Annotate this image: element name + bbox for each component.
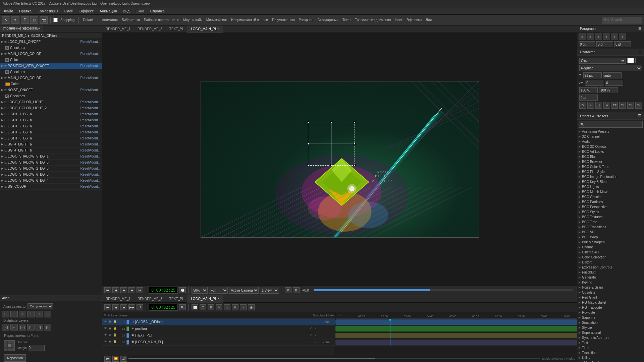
preset-group-bccparticles[interactable]: ▶ BCC Particles [579, 199, 643, 204]
comp-tab-text[interactable]: TEXT_PL [166, 25, 187, 33]
views-select[interactable]: 1 View 2 Views 4 Views [260, 287, 279, 294]
layer-14-color[interactable] [126, 326, 129, 331]
layer-24-sw2[interactable]: / [314, 334, 318, 338]
tool-camera[interactable]: 📷 [40, 16, 48, 24]
dist-bottom-btn[interactable]: |↓| [44, 324, 51, 330]
effect-row-7[interactable]: ▶fxMAIN_LOGO_COLORResetAbout... [0, 75, 102, 81]
layer-14-sw1[interactable]: ✓ [309, 327, 313, 331]
layer-14-eye[interactable]: 👁 [103, 326, 108, 331]
italic-btn[interactable]: I [587, 102, 594, 109]
tl-toggle-graph[interactable]: 📊 [192, 304, 198, 310]
preset-group-rgmagic[interactable]: ▶ RG Magic Bullet [579, 300, 643, 305]
eff-about-1[interactable]: About... [89, 40, 101, 44]
tl-goto-time[interactable]: 🔍 [179, 304, 186, 310]
preset-group-bccdiscrete[interactable]: ▶ BCC Obsolete [579, 194, 643, 199]
layer-40-mode[interactable]: None [318, 341, 334, 344]
tl-markers[interactable]: ⬦ [224, 304, 230, 310]
effect-row-24[interactable]: ▶fxLOGO_SHADOW_6_BG_4ResetAbout... [0, 178, 102, 184]
effect-row-4[interactable]: ✓Color [0, 57, 102, 63]
track-14-segment[interactable] [335, 326, 577, 331]
preset-group-bcctime[interactable]: ▶ BCC Time [579, 220, 643, 225]
effect-row-20[interactable]: ▶fxLOGO_SHADOW_5_BG_1ResetAbout... [0, 154, 102, 160]
layer-24-eye[interactable]: 👁 [103, 333, 108, 338]
tab-effect-controls[interactable]: Управление эффектами [0, 25, 43, 33]
handle-bl[interactable] [307, 164, 309, 166]
bold-btn[interactable]: B [579, 102, 586, 109]
layer-24-sw1[interactable]: ✓ [309, 334, 313, 338]
effects-presets-menu[interactable]: ☰ [638, 114, 641, 118]
para-justify2-btn[interactable]: ≡ [611, 34, 618, 40]
font-size-input[interactable] [583, 72, 602, 78]
menu-view[interactable]: Вид [120, 8, 132, 14]
toggle-switches-label[interactable]: Toggle Switches / Modes [541, 357, 575, 360]
tl-bottom-btn1[interactable]: ⏮ [104, 356, 111, 362]
vscale-input[interactable] [599, 87, 618, 93]
eff-about-23[interactable]: About... [89, 173, 101, 176]
preset-group-bccfilm[interactable]: ▶ BCC Film Style [579, 169, 643, 174]
eff-about-17[interactable]: About... [89, 136, 101, 140]
handle-tr[interactable] [354, 121, 356, 123]
align-vcenter-btn[interactable]: ↕ [36, 311, 43, 317]
tool-pen[interactable]: ✒ [11, 16, 19, 24]
eff-reset-25[interactable]: Reset [80, 185, 89, 188]
effect-row-14[interactable]: ▶fxLIGHT_1_BG_bResetAbout... [0, 117, 102, 123]
tl-bottom-btn2[interactable]: ⏪ [112, 356, 119, 362]
tl-solo[interactable]: ◉ [248, 304, 255, 310]
eff-reset-18[interactable]: Reset [80, 142, 89, 146]
camera-select[interactable]: Active Camera [229, 287, 259, 294]
preset-group-stylize[interactable]: ▶ Stylize [579, 325, 643, 330]
preset-group-bccartsym[interactable]: ▶ BCC Art Looks [579, 149, 643, 154]
layer-24-lock[interactable]: 🔒 [112, 333, 117, 338]
effect-row-13[interactable]: ▶fxLIGHT_1_BG_aResetAbout... [0, 111, 102, 117]
eff-about-21[interactable]: About... [89, 161, 101, 164]
preset-group-generate[interactable]: ▶ Generate [579, 275, 643, 280]
layer-14-solo[interactable]: ◉ [108, 326, 112, 331]
tl-snap[interactable]: ⊞ [208, 304, 214, 310]
para-left-btn[interactable]: ≡ [579, 34, 586, 40]
eff-about-25[interactable]: About... [89, 185, 101, 188]
menu-composition[interactable]: Композиция [35, 8, 61, 14]
paragraph-menu[interactable]: ☰ [638, 27, 641, 31]
menu-effect[interactable]: Эффект [77, 8, 96, 14]
tool-shape[interactable]: ◻ [30, 16, 38, 24]
effect-row-25[interactable]: ▶fxBG_COLORResetAbout... [0, 184, 102, 190]
play-skip-end[interactable]: ⏭ [137, 287, 143, 293]
effect-row-3[interactable]: ▶fxMAIN_LOGO_COLORResetAbout... [0, 51, 102, 57]
preset-group-bccwarp[interactable]: ▶ BCC Warp [579, 235, 643, 240]
tool-select[interactable]: ↖ [2, 16, 10, 24]
align-left-btn[interactable]: ⊢ [2, 311, 9, 317]
tl-play-prev[interactable]: ◀ [112, 304, 119, 310]
margin-input[interactable] [28, 345, 45, 351]
align-top-btn[interactable]: ⊥ [27, 311, 35, 317]
para-center-btn[interactable]: ≡ [587, 34, 594, 40]
preset-group-frisch[interactable]: ▶ Frischluft [579, 270, 643, 275]
eff-reset-15[interactable]: Reset [80, 124, 89, 128]
preset-group-cinema4d[interactable]: ▶ Cinema 4D [579, 250, 643, 255]
tl-toggle-mask[interactable]: ⬡ [200, 304, 206, 310]
anchor-mc[interactable] [8, 344, 11, 347]
preset-group-bccstyles[interactable]: ▶ BCC Styles [579, 209, 643, 215]
para-indent-right[interactable] [596, 41, 613, 47]
snapping-checkbox[interactable] [53, 18, 58, 22]
effect-row-11[interactable]: ▶fxLOGO_COLOR_LIGHTResetAbout... [0, 99, 102, 105]
preview-canvas[interactable]: ENVATO ELITE AUTHOR [201, 81, 479, 238]
layer-1-lock[interactable]: 🔒 [112, 320, 117, 324]
smallcaps-btn[interactable]: Tт [619, 102, 626, 109]
kerning-input[interactable] [605, 80, 623, 86]
layer-40-lock[interactable]: 🔒 [112, 340, 117, 345]
tl-tab-logo[interactable]: LOGO_MAIN_PL × [187, 295, 223, 303]
hscale-input[interactable] [579, 87, 598, 93]
layer-40-eye[interactable]: 👁 [103, 340, 108, 345]
menu-help[interactable]: Справка [148, 8, 167, 14]
eff-about-3[interactable]: About... [89, 52, 101, 56]
para-justify3-btn[interactable]: ≡ [619, 34, 626, 40]
eff-reset-23[interactable]: Reset [80, 173, 89, 176]
anchor-br[interactable] [11, 348, 14, 351]
character-menu[interactable]: ☰ [638, 50, 641, 54]
zoom-select[interactable]: 50% 100% 25% [192, 287, 208, 294]
effect-row-5[interactable]: ▶fxPOSITION_VIEW_ON/OFFResetAbout... [0, 63, 102, 69]
eff-about-15[interactable]: About... [89, 124, 101, 128]
anchor-ml[interactable] [4, 344, 7, 347]
tl-zoom-bar[interactable] [128, 358, 540, 359]
dist-vcenter-btn[interactable]: |↕| [36, 324, 43, 330]
